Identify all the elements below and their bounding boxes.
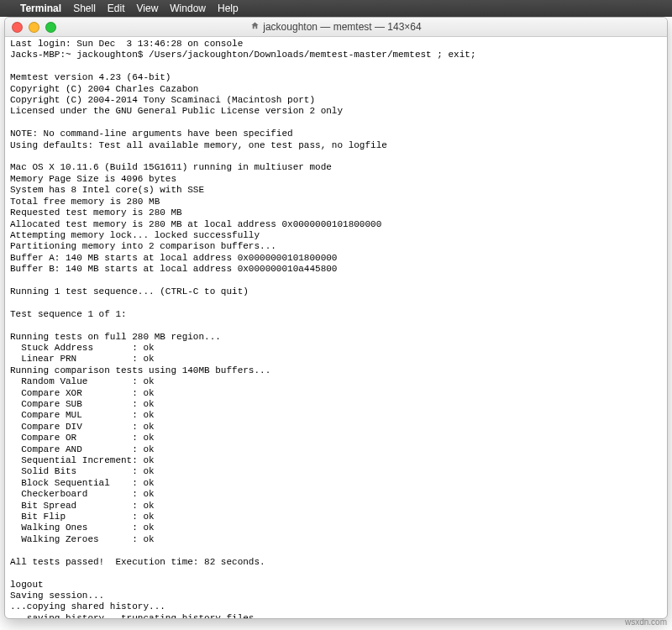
window-title: jackoughton — memtest — 143×64: [5, 21, 667, 33]
test-result: Linear PRN : ok: [10, 354, 155, 364]
line: Test sequence 1 of 1:: [10, 309, 127, 319]
line: Buffer B: 140 MB starts at local address…: [10, 264, 337, 274]
menubar-item-edit[interactable]: Edit: [108, 3, 125, 14]
line: Using defaults: Test all available memor…: [10, 140, 387, 150]
test-result: Bit Spread : ok: [10, 501, 155, 511]
test-result: Random Value : ok: [10, 376, 155, 386]
watermark: wsxdn.com: [625, 617, 667, 627]
line: Saving session...: [10, 591, 104, 601]
home-icon: [250, 21, 260, 33]
test-result: Checkerboard : ok: [10, 489, 155, 499]
line-passed: All tests passed! Execution time: 82 sec…: [10, 557, 265, 567]
line: ...copying shared history...: [10, 601, 165, 612]
line: Buffer A: 140 MB starts at local address…: [10, 253, 337, 263]
line: Licensed under the GNU General Public Li…: [10, 106, 343, 116]
test-result: Solid Bits : ok: [10, 466, 155, 476]
test-result: Bit Flip : ok: [10, 512, 155, 522]
line: Total free memory is 280 MB: [10, 197, 160, 207]
test-result: Block Sequential : ok: [10, 478, 155, 488]
menubar-item-help[interactable]: Help: [218, 3, 239, 14]
minimize-icon[interactable]: [29, 22, 39, 33]
line: Copyright (C) 2004 Charles Cazabon: [10, 84, 198, 94]
line: Attempting memory lock... locked success…: [10, 230, 260, 240]
line: Allocated test memory is 280 MB at local…: [10, 219, 381, 229]
line-last-login: Last login: Sun Dec 3 13:46:28 on consol…: [10, 39, 243, 49]
test-result: Stuck Address : ok: [10, 343, 155, 353]
line: System has 8 Intel core(s) with SSE: [10, 185, 204, 195]
test-result: Compare AND : ok: [10, 444, 155, 454]
macos-menubar: Terminal Shell Edit View Window Help: [0, 0, 672, 17]
window-title-text: jackoughton — memtest — 143×64: [263, 21, 421, 33]
test-result: Compare OR : ok: [10, 433, 155, 443]
terminal-window: jackoughton — memtest — 143×64 Last logi…: [4, 17, 668, 619]
prompt-command: /Users/jackoughton/Downloads/memtest-mas…: [149, 50, 475, 60]
line: Running comparison tests using 140MB buf…: [10, 365, 270, 375]
prompt-host: Jacks-MBP:~ jackoughton$: [10, 50, 149, 60]
menubar-app-name[interactable]: Terminal: [20, 3, 61, 14]
test-result: Sequential Increment: ok: [10, 455, 155, 465]
line: Partitioning memory into 2 comparison bu…: [10, 241, 276, 251]
test-result: Compare XOR : ok: [10, 388, 155, 398]
line: Copyright (C) 2004-2014 Tony Scaminaci (…: [10, 95, 315, 105]
test-result: Compare MUL : ok: [10, 410, 155, 420]
terminal-content[interactable]: Last login: Sun Dec 3 13:46:28 on consol…: [5, 37, 667, 619]
menubar-item-view[interactable]: View: [137, 3, 159, 14]
line: Memtest version 4.23 (64-bit): [10, 72, 171, 82]
zoom-icon[interactable]: [45, 22, 56, 33]
line: Mac OS X 10.11.6 (Build 15G1611) running…: [10, 162, 332, 172]
menubar-item-shell[interactable]: Shell: [73, 3, 96, 14]
line: Memory Page Size is 4096 bytes: [10, 174, 176, 184]
test-result: Compare SUB : ok: [10, 399, 155, 409]
test-result: Walking Ones : ok: [10, 522, 155, 533]
window-titlebar[interactable]: jackoughton — memtest — 143×64: [5, 18, 667, 37]
line: NOTE: No command-line arguments have bee…: [10, 129, 293, 139]
window-traffic-lights: [12, 22, 56, 33]
test-result: Walking Zeroes : ok: [10, 534, 155, 544]
close-icon[interactable]: [12, 22, 23, 33]
line: Requested test memory is 280 MB: [10, 207, 182, 218]
test-result: Compare DIV : ok: [10, 422, 155, 432]
menubar-item-window[interactable]: Window: [170, 3, 206, 14]
line: Running tests on full 280 MB region...: [10, 332, 221, 342]
line: Running 1 test sequence... (CTRL-C to qu…: [10, 286, 249, 297]
line: ...saving history...truncating history f…: [10, 613, 270, 619]
line: logout: [10, 580, 44, 590]
